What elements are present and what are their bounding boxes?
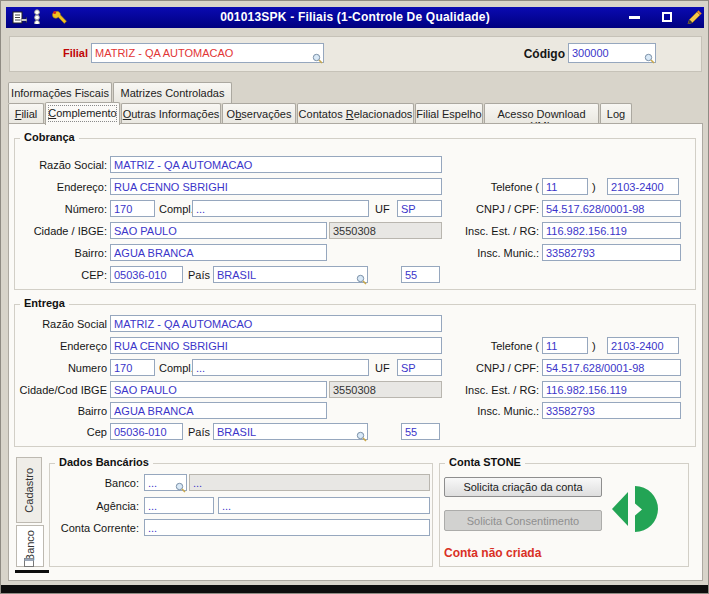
window-bottom-edge: [1, 585, 709, 593]
entrega-telefone-input[interactable]: [607, 337, 679, 354]
cobranca-insc-est-input[interactable]: [542, 222, 681, 239]
tab-log[interactable]: Log: [600, 103, 632, 124]
entrega-insc-est-label: Insc. Est. / RG:: [421, 384, 539, 396]
entrega-cnpj-input[interactable]: [542, 359, 681, 376]
entrega-group-title: Entrega: [20, 297, 69, 309]
tab-complemento[interactable]: Complemento: [45, 102, 120, 125]
cobranca-insc-mun-input[interactable]: [542, 244, 681, 261]
tab-filial[interactable]: Filial: [8, 103, 44, 124]
filial-lookup-magnifier-icon[interactable]: [312, 53, 323, 64]
minimize-button[interactable]: [629, 16, 640, 19]
conta-stone-group-title: Conta STONE: [445, 456, 525, 468]
entrega-numero-input[interactable]: [110, 359, 155, 376]
cobranca-pais-label: País: [188, 269, 210, 281]
cobranca-uf-label: UF: [375, 203, 390, 215]
entrega-cnpj-label: CNPJ / CPF:: [421, 362, 539, 374]
agencia-label: Agência:: [31, 500, 139, 512]
entrega-telefone-close-paren: ): [592, 340, 596, 352]
entrega-compl-input[interactable]: [192, 359, 369, 376]
tab-label: Matrizes Controladas: [121, 87, 225, 99]
banco-lookup-magnifier-icon[interactable]: [175, 482, 186, 493]
entrega-ddd-input[interactable]: [542, 337, 588, 354]
tab-filial-espelho[interactable]: Filial Espelho: [415, 103, 483, 124]
tab-label: Informações Fiscais: [11, 87, 109, 99]
entrega-pais-label: País: [188, 426, 210, 438]
banco-label: Banco:: [31, 477, 139, 489]
cobranca-ddi-input[interactable]: [401, 266, 440, 283]
entrega-pais-input[interactable]: [213, 423, 368, 440]
app-window: 001013SPK - Filiais (1-Controle De Quali…: [0, 0, 709, 594]
dados-bancarios-group-title: Dados Bancários: [55, 456, 153, 468]
conta-corrente-input[interactable]: [144, 519, 430, 536]
cobranca-razao-social-label: Razão Social:: [5, 159, 107, 171]
cobranca-cep-label: CEP:: [5, 269, 107, 281]
cobranca-insc-mun-label: Insc. Munic.:: [421, 247, 539, 259]
titlebar: 001013SPK - Filiais (1-Controle De Quali…: [6, 7, 704, 28]
tab-observacoes[interactable]: Observações: [222, 103, 296, 124]
conta-stone-status-text: Conta não criada: [444, 546, 541, 560]
maximize-button[interactable]: [662, 12, 672, 22]
tab-acesso-download-xml[interactable]: Acesso Download XML: [484, 103, 599, 124]
edit-pencil-icon[interactable]: [686, 9, 702, 24]
cobranca-insc-est-label: Insc. Est. / RG:: [421, 225, 539, 237]
cobranca-cidade-input[interactable]: [110, 222, 327, 239]
cobranca-endereco-input[interactable]: [110, 178, 442, 195]
cobranca-cidade-ibge-label: Cidade / IBGE:: [5, 225, 107, 237]
solicita-criacao-conta-button[interactable]: Solicita criação da conta: [444, 477, 602, 497]
cobranca-compl-label: Compl.: [159, 203, 194, 215]
entrega-insc-mun-input[interactable]: [542, 402, 681, 419]
tab-matrizes-controladas[interactable]: Matrizes Controladas: [113, 82, 232, 103]
stone-logo: [611, 484, 658, 534]
codigo-label: Código: [507, 47, 565, 61]
agencia-compl-input[interactable]: [218, 497, 430, 514]
codigo-input[interactable]: [568, 43, 656, 63]
active-tab-indicator: [15, 570, 49, 573]
filial-label: Filial: [28, 47, 88, 59]
entrega-endereco-label: Endereço: [5, 340, 107, 352]
tab-informacoes-fiscais[interactable]: Informações Fiscais: [8, 82, 112, 103]
cobranca-cnpj-label: CNPJ / CPF:: [421, 203, 539, 215]
agencia-codigo-input[interactable]: [144, 497, 214, 514]
entrega-pais-lookup-magnifier-icon[interactable]: [356, 431, 367, 442]
entrega-cidade-ibge-label: Cidade/Cod IBGE: [5, 384, 107, 396]
cobranca-numero-input[interactable]: [110, 200, 155, 217]
entrega-numero-label: Numero: [5, 362, 107, 374]
cobranca-pais-input[interactable]: [213, 266, 368, 283]
cobranca-pais-lookup-magnifier-icon[interactable]: [356, 274, 367, 285]
entrega-ddi-input[interactable]: [401, 423, 440, 440]
cobranca-ddd-input[interactable]: [542, 178, 588, 195]
cobranca-numero-label: Número:: [5, 203, 107, 215]
entrega-bairro-label: Bairro: [5, 405, 107, 417]
cobranca-cep-input[interactable]: [110, 266, 183, 283]
codigo-lookup-magnifier-icon[interactable]: [644, 53, 655, 64]
entrega-endereco-input[interactable]: [110, 337, 442, 354]
entrega-insc-est-input[interactable]: [542, 381, 681, 398]
side-tab-cadastro[interactable]: Cadastro: [16, 457, 42, 523]
cobranca-bairro-input[interactable]: [110, 244, 327, 261]
entrega-compl-label: Compl.: [159, 362, 194, 374]
banco-nome-readonly-field: [189, 474, 430, 491]
side-tab-label: Banco: [24, 530, 36, 561]
entrega-razao-social-input[interactable]: [110, 315, 442, 332]
tab-outras-informacoes[interactable]: Outras Informações: [121, 103, 221, 124]
entrega-uf-label: UF: [375, 362, 390, 374]
entrega-insc-mun-label: Insc. Munic.:: [421, 405, 539, 417]
entrega-cep-label: Cep: [5, 426, 107, 438]
cobranca-razao-social-input[interactable]: [110, 156, 442, 173]
cobranca-cnpj-input[interactable]: [542, 200, 681, 217]
cobranca-compl-input[interactable]: [192, 200, 369, 217]
cobranca-telefone-close-paren: ): [592, 181, 596, 193]
window-title: 001013SPK - Filiais (1-Controle De Quali…: [6, 10, 704, 24]
entrega-cidade-input[interactable]: [110, 381, 327, 398]
cobranca-endereco-label: Endereço:: [5, 181, 107, 193]
solicita-consentimento-button[interactable]: Solicita Consentimento: [444, 510, 602, 531]
conta-corrente-label: Conta Corrente:: [31, 522, 139, 534]
entrega-telefone-label: Telefone (: [421, 340, 539, 352]
cobranca-telefone-input[interactable]: [607, 178, 679, 195]
entrega-cep-input[interactable]: [110, 423, 183, 440]
cobranca-group-title: Cobrança: [20, 131, 79, 143]
tab-contatos-relacionados[interactable]: Contatos Relacionados: [297, 103, 414, 124]
filial-input[interactable]: [91, 43, 324, 63]
entrega-bairro-input[interactable]: [110, 402, 327, 419]
entrega-razao-social-label: Razão Social: [5, 318, 107, 330]
